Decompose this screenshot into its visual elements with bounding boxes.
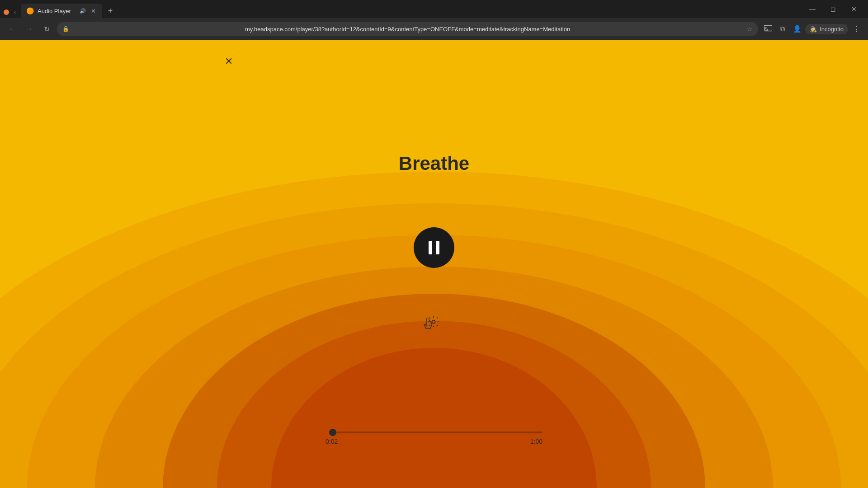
browser-icon <box>4 9 9 15</box>
pause-bar-left <box>429 241 432 254</box>
close-button[interactable]: ✕ <box>844 2 864 16</box>
incognito-icon: 🕵 <box>810 26 817 33</box>
page-content: ✕ Breathe 0:02 1:00 <box>0 40 868 488</box>
current-time: 0:02 <box>326 438 338 445</box>
tab-title: Audio Player <box>38 8 76 14</box>
svg-point-8 <box>432 320 435 324</box>
pause-bar-right <box>436 241 439 254</box>
address-container: 🔒 ☆ <box>57 22 758 36</box>
extensions-icon[interactable]: ⧉ <box>776 23 789 35</box>
incognito-badge[interactable]: 🕵 Incognito <box>805 24 848 34</box>
close-x-icon: ✕ <box>225 56 233 67</box>
new-tab-button[interactable]: + <box>104 5 117 17</box>
restore-button[interactable]: ◻ <box>823 2 844 16</box>
tab-favicon: 🟠 <box>26 7 34 14</box>
toolbar-icons: ⧉ 👤 🕵 Incognito ⋮ <box>762 23 863 35</box>
forward-button[interactable]: → <box>23 22 36 36</box>
profile-icon[interactable]: 👤 <box>791 23 803 35</box>
back-button[interactable]: ← <box>5 22 19 36</box>
tab-nav-back[interactable]: ‹ <box>11 8 19 16</box>
browser-chrome: ‹ 🟠 Audio Player 🔊 ✕ + — ◻ ✕ ← → ↻ 🔒 ☆ <box>0 0 868 40</box>
bookmark-icon[interactable]: ☆ <box>747 25 753 33</box>
window-controls: — ◻ ✕ <box>802 2 864 18</box>
reload-button[interactable]: ↻ <box>40 22 53 36</box>
progress-area: 0:02 1:00 <box>0 432 868 445</box>
tab-sound-icon: 🔊 <box>80 8 86 14</box>
progress-thumb[interactable] <box>329 429 336 436</box>
cast-icon[interactable] <box>762 23 774 35</box>
close-content-button[interactable]: ✕ <box>222 54 236 69</box>
pause-button[interactable] <box>414 227 454 268</box>
lock-icon: 🔒 <box>62 26 69 32</box>
minimize-button[interactable]: — <box>802 2 823 16</box>
progress-track[interactable] <box>326 432 542 433</box>
tab-bar: ‹ 🟠 Audio Player 🔊 ✕ + — ◻ ✕ <box>0 0 868 18</box>
tab-left-controls: ‹ <box>4 8 19 18</box>
tab-close-button[interactable]: ✕ <box>90 7 97 14</box>
incognito-label: Incognito <box>820 26 844 33</box>
end-time: 1:00 <box>530 438 542 445</box>
pause-icon <box>429 241 439 254</box>
menu-icon[interactable]: ⋮ <box>850 23 863 35</box>
active-tab[interactable]: 🟠 Audio Player 🔊 ✕ <box>21 4 102 18</box>
time-labels: 0:02 1:00 <box>326 438 542 445</box>
address-bar: ← → ↻ 🔒 ☆ ⧉ 👤 🕵 Incognito ⋮ <box>0 18 868 40</box>
settings-icon[interactable] <box>427 315 440 330</box>
breathe-title: Breathe <box>399 153 469 174</box>
address-input[interactable] <box>57 22 758 36</box>
